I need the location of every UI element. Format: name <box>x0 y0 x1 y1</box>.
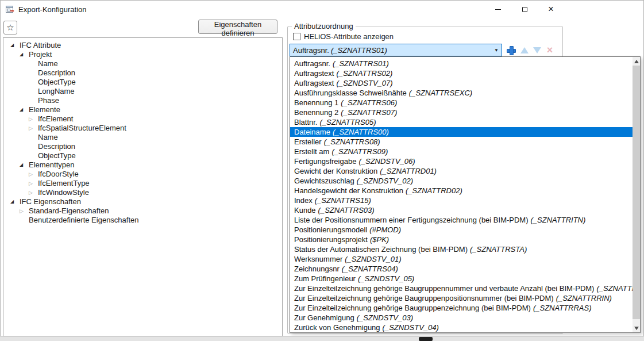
dropdown-item-code: (_SZNDSTV_04) <box>383 323 439 332</box>
tree-item-standard-eigenschaften[interactable]: ▷Standard-Eigenschaften <box>3 206 282 216</box>
delete-attribute-button[interactable]: × <box>543 44 556 56</box>
taskbar-hint <box>419 337 433 341</box>
dropdown-item[interactable]: Status der Automatischen Zeichnung (bei … <box>290 244 633 254</box>
helios-attributes-checkbox[interactable] <box>293 33 300 40</box>
dropdown-item[interactable]: Zur Einzelteilzeichnung gehörige Baugrup… <box>290 303 633 313</box>
dropdown-item[interactable]: Benennung 2(_SZNATTRS07) <box>290 108 633 117</box>
dropdown-item-code: (_SZNDSTV_07) <box>336 79 392 87</box>
dropdown-item[interactable]: Gewicht der Konstruktion(_SZNATTRD01) <box>290 166 633 176</box>
dropdown-item[interactable]: Dateiname(_SZNATTRS00) <box>290 127 633 137</box>
expand-icon[interactable]: ▷ <box>29 114 38 124</box>
expand-icon[interactable]: ▷ <box>29 124 38 133</box>
combobox-dropdown-button[interactable]: ▼ <box>491 48 502 53</box>
move-down-button[interactable] <box>531 44 543 56</box>
dropdown-item[interactable]: Auftragstext(_SZNATTRS02) <box>290 68 633 78</box>
tree-item-label: Elementtypen <box>29 160 75 170</box>
scrollbar-down-button[interactable] <box>633 324 640 332</box>
tree-item-ifcspatialstructureelement[interactable]: ▷IfcSpatialStructureElement <box>3 124 282 133</box>
dropdown-item[interactable]: Ersteller(_SZNATTRS08) <box>290 137 633 147</box>
dropdown-item[interactable]: Zur Einzelteilzeichnung gehörige Baugrup… <box>290 283 633 293</box>
dropdown-item[interactable]: Ausführungsklasse Schweißnähte(_SZNATTRS… <box>290 88 633 98</box>
taskbar-strip <box>0 336 644 341</box>
dropdown-item[interactable]: Werksnummer(_SZNDSTV_01) <box>290 254 633 264</box>
favorites-button[interactable]: ☆ <box>3 21 17 35</box>
expand-icon[interactable]: ▷ <box>29 170 38 179</box>
tree-item-ifcelement[interactable]: ▷IfcElement <box>3 114 282 124</box>
tree-item-ifcdoorstyle[interactable]: ▷IfcDoorStyle <box>3 170 282 179</box>
tree-item-objecttype[interactable]: ObjectType <box>3 78 282 87</box>
collapse-icon[interactable]: ◢ <box>20 105 29 114</box>
dropdown-item-name: Zurück von Genehmigung <box>294 323 380 332</box>
dropdown-item[interactable]: Liste der Positionsnummern einer Fertigu… <box>290 215 633 225</box>
dropdown-item-code: (_SZNDSTV_02) <box>357 177 413 185</box>
tree-item-label: Description <box>38 142 75 151</box>
tree-item-elemente[interactable]: ◢Elemente <box>3 105 282 114</box>
dropdown-item[interactable]: Auftragstext(_SZNDSTV_07) <box>290 78 633 88</box>
tree-item-ifc-attribute[interactable]: ◢IFC Attribute <box>3 41 282 50</box>
scrollbar-thumb[interactable] <box>633 66 640 319</box>
collapse-icon[interactable]: ◢ <box>20 160 29 170</box>
tree-item-ifc-eigenschaften[interactable]: ◢IFC Eigenschaften <box>3 197 282 206</box>
expand-icon[interactable]: ▷ <box>20 206 29 216</box>
titlebar[interactable]: Export-Konfiguration × <box>1 1 643 18</box>
define-properties-button[interactable]: Eigenschaften definieren <box>198 20 277 34</box>
helios-attributes-checkbox-row[interactable]: HELiOS-Attribute anzeigen <box>293 32 394 41</box>
dropdown-item-name: Auftragsnr. <box>294 59 330 68</box>
minimize-button[interactable] <box>485 1 511 18</box>
dropdown-item-code: (_SZNATTRS04) <box>342 265 398 273</box>
dropdown-item-name: Zur Genehmigung <box>294 313 354 322</box>
tree-item-description[interactable]: Description <box>3 68 282 78</box>
tree-item-label: ObjectType <box>38 78 76 87</box>
collapse-icon[interactable]: ◢ <box>10 197 20 206</box>
dropdown-item[interactable]: Index(_SZNATTRS15) <box>290 196 633 205</box>
move-up-button[interactable] <box>518 44 531 56</box>
dropdown-item[interactable]: Zeichnungsnr(_SZNATTRS04) <box>290 264 633 274</box>
attribute-combobox[interactable]: Auftragsnr.(_SZNATTRS01) ▼ <box>290 44 502 56</box>
tree-item-name[interactable]: Name <box>3 59 282 68</box>
tree-item-label: IfcWindowStyle <box>38 188 89 197</box>
dropdown-item[interactable]: Gewichtszuschlag(_SZNDSTV_02) <box>290 176 633 186</box>
tree-item-description[interactable]: Description <box>3 142 282 151</box>
dropdown-item-name: Kunde <box>294 206 316 214</box>
collapse-icon[interactable]: ◢ <box>10 41 20 50</box>
dropdown-item[interactable]: Kunde(_SZNATTRS03) <box>290 205 633 215</box>
tree-item-longname[interactable]: LongName <box>3 87 282 96</box>
dropdown-item[interactable]: Fertigungsfreigabe(_SZNDSTV_06) <box>290 156 633 166</box>
dropdown-item-name: Blattnr. <box>294 118 317 127</box>
tree-item-phase[interactable]: Phase <box>3 96 282 105</box>
dropdown-item-name: Benennung 2 <box>294 108 338 117</box>
minimize-icon <box>495 9 501 10</box>
dropdown-item-code: (_SZNATTRS08) <box>324 137 380 146</box>
collapse-icon[interactable]: ◢ <box>20 50 29 59</box>
add-attribute-button[interactable] <box>504 44 517 56</box>
dropdown-item[interactable]: Zur Genehmigung(_SZNDSTV_03) <box>290 313 633 323</box>
tree-item-ifcelementtype[interactable]: ▷IfcElementType <box>3 179 282 188</box>
tree-item-ifcwindowstyle[interactable]: ▷IfcWindowStyle <box>3 188 282 197</box>
dropdown-item[interactable]: Benennung 1(_SZNATTRS06) <box>290 98 633 108</box>
close-button[interactable]: × <box>538 1 564 18</box>
maximize-button[interactable] <box>511 1 538 18</box>
dropdown-item[interactable]: Zurück von Genehmigung(_SZNDSTV_04) <box>290 323 633 332</box>
dropdown-item[interactable]: Handelsgewicht der Konstruktion(_SZNATTR… <box>290 186 633 196</box>
dropdown-item[interactable]: Zum Prüfingenieur(_SZNDSTV_05) <box>290 274 633 283</box>
dropdown-scrollbar[interactable] <box>633 57 640 332</box>
dropdown-item-name: Erstellt am <box>294 147 329 156</box>
tree-item-elementtypen[interactable]: ◢Elementtypen <box>3 160 282 170</box>
helios-attributes-checkbox-label: HELiOS-Attribute anzeigen <box>304 32 394 41</box>
dropdown-item[interactable]: Positionierungsprojekt($PK) <box>290 235 633 244</box>
expand-icon[interactable]: ▷ <box>29 188 38 197</box>
dropdown-item[interactable]: Zur Einzelteilzeichnung gehörige Baugrup… <box>290 293 633 303</box>
dropdown-item[interactable]: Auftragsnr.(_SZNATTRS01) <box>290 59 633 68</box>
expand-icon[interactable]: ▷ <box>29 179 38 188</box>
dropdown-item[interactable]: Positionierungsmodell(#PMOD) <box>290 225 633 235</box>
dropdown-item[interactable]: Erstellt am(_SZNATTRS09) <box>290 147 633 156</box>
tree-item-projekt[interactable]: ◢Projekt <box>3 50 282 59</box>
scrollbar-up-button[interactable] <box>633 57 640 66</box>
tree-item-objecttype[interactable]: ObjectType <box>3 151 282 160</box>
tree-item-benutzerdefinierte-eigenschaften[interactable]: Benutzerdefinierte Eigenschaften <box>3 216 282 225</box>
dropdown-item-name: Gewichtszuschlag <box>294 177 354 185</box>
tree-item-label: Projekt <box>29 50 52 59</box>
tree-item-name[interactable]: Name <box>3 133 282 142</box>
window-title: Export-Konfiguration <box>18 5 87 14</box>
dropdown-item[interactable]: Blattnr.(_SZNATTRS05) <box>290 117 633 127</box>
